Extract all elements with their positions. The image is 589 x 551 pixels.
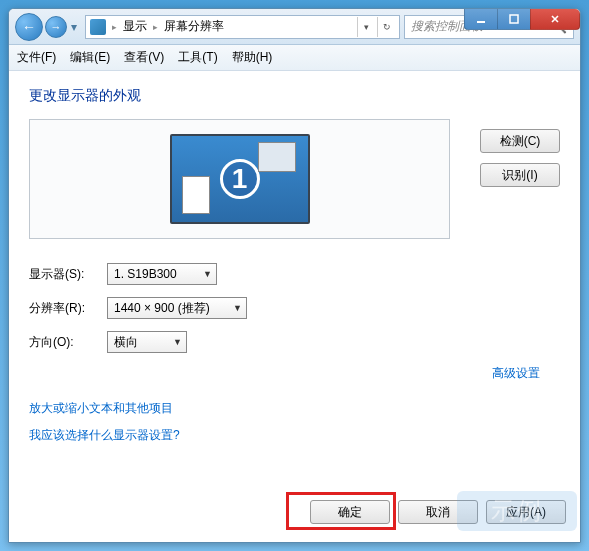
apply-button[interactable]: 应用(A) xyxy=(486,500,566,524)
resolution-dropdown[interactable]: 1440 × 900 (推荐) ▼ xyxy=(107,297,247,319)
caption-buttons xyxy=(465,8,580,30)
dialog-buttons: 确定 取消 应用(A) xyxy=(310,500,566,524)
breadcrumb-sep-icon: ▸ xyxy=(153,22,158,32)
display-preview-row: 1 检测(C) 识别(I) xyxy=(29,119,560,239)
monitor-number-badge: 1 xyxy=(220,159,260,199)
menu-tools[interactable]: 工具(T) xyxy=(178,49,217,66)
chevron-down-icon: ▼ xyxy=(173,337,182,347)
which-display-link-row: 我应该选择什么显示器设置? xyxy=(29,427,560,444)
chevron-down-icon: ▼ xyxy=(233,303,242,313)
content-area: 更改显示器的外观 1 检测(C) 识别(I) 显示器(S): 1. S19B30… xyxy=(9,71,580,542)
refresh-button[interactable]: ↻ xyxy=(377,17,395,37)
breadcrumb-item-resolution[interactable]: 屏幕分辨率 xyxy=(164,18,224,35)
menu-file[interactable]: 文件(F) xyxy=(17,49,56,66)
close-button[interactable] xyxy=(530,8,580,30)
menu-help[interactable]: 帮助(H) xyxy=(232,49,273,66)
arrow-left-icon: ← xyxy=(22,19,36,35)
page-title: 更改显示器的外观 xyxy=(29,87,560,105)
breadcrumb-sep-icon: ▸ xyxy=(112,22,117,32)
breadcrumb-end: ▾ ↻ xyxy=(357,17,395,37)
control-panel-window: ← → ▾ ▸ 显示 ▸ 屏幕分辨率 ▾ ↻ 搜索控制面板 🔍 文件(F) xyxy=(8,8,581,543)
monitor-icon xyxy=(90,19,106,35)
detect-button[interactable]: 检测(C) xyxy=(480,129,560,153)
advanced-settings-row: 高级设置 xyxy=(29,365,540,382)
which-display-link[interactable]: 我应该选择什么显示器设置? xyxy=(29,428,180,442)
display-preview[interactable]: 1 xyxy=(29,119,450,239)
text-size-link[interactable]: 放大或缩小文本和其他项目 xyxy=(29,401,173,415)
menu-edit[interactable]: 编辑(E) xyxy=(70,49,110,66)
preview-side-buttons: 检测(C) 识别(I) xyxy=(480,119,560,239)
cancel-button[interactable]: 取消 xyxy=(398,500,478,524)
advanced-settings-link[interactable]: 高级设置 xyxy=(492,366,540,380)
chevron-down-icon: ▾ xyxy=(71,20,77,34)
resolution-row: 分辨率(R): 1440 × 900 (推荐) ▼ xyxy=(29,297,560,319)
textsize-link-row: 放大或缩小文本和其他项目 xyxy=(29,400,560,417)
arrow-right-icon: → xyxy=(51,21,62,33)
resolution-value: 1440 × 900 (推荐) xyxy=(114,300,210,317)
display-value: 1. S19B300 xyxy=(114,267,177,281)
svg-rect-0 xyxy=(477,21,485,23)
ok-button[interactable]: 确定 xyxy=(310,500,390,524)
nav-buttons: ← → ▾ xyxy=(15,13,81,41)
nav-history-dropdown[interactable]: ▾ xyxy=(67,20,81,34)
breadcrumb[interactable]: ▸ 显示 ▸ 屏幕分辨率 ▾ ↻ xyxy=(85,15,400,39)
chevron-down-icon: ▼ xyxy=(203,269,212,279)
monitor-thumbnail[interactable]: 1 xyxy=(170,134,310,224)
back-button[interactable]: ← xyxy=(15,13,43,41)
minimize-button[interactable] xyxy=(464,8,498,30)
display-label: 显示器(S): xyxy=(29,266,101,283)
orientation-label: 方向(O): xyxy=(29,334,101,351)
breadcrumb-dropdown[interactable]: ▾ xyxy=(357,17,375,37)
display-row: 显示器(S): 1. S19B300 ▼ xyxy=(29,263,560,285)
identify-button[interactable]: 识别(I) xyxy=(480,163,560,187)
orientation-row: 方向(O): 横向 ▼ xyxy=(29,331,560,353)
orientation-dropdown[interactable]: 横向 ▼ xyxy=(107,331,187,353)
menu-view[interactable]: 查看(V) xyxy=(124,49,164,66)
forward-button[interactable]: → xyxy=(45,16,67,38)
breadcrumb-item-display[interactable]: 显示 xyxy=(123,18,147,35)
orientation-value: 横向 xyxy=(114,334,138,351)
maximize-button[interactable] xyxy=(497,8,531,30)
menu-bar: 文件(F) 编辑(E) 查看(V) 工具(T) 帮助(H) xyxy=(9,45,580,71)
svg-rect-1 xyxy=(510,15,518,23)
resolution-label: 分辨率(R): xyxy=(29,300,101,317)
display-dropdown[interactable]: 1. S19B300 ▼ xyxy=(107,263,217,285)
